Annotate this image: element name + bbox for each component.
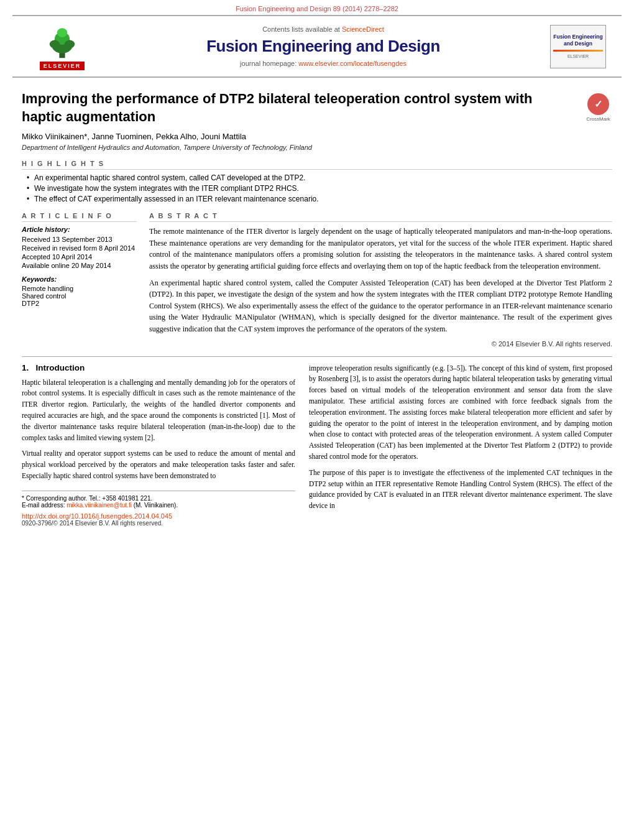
email-name: (M. Viinikainen). — [134, 502, 178, 509]
crossmark-label: CrossMark — [586, 116, 610, 122]
available-date: Available online 20 May 2014 — [22, 262, 137, 269]
main-right-column: improve teleoperation results significan… — [309, 363, 612, 527]
received-date: Received 13 September 2013 — [22, 236, 137, 243]
keywords-title: Keywords: — [22, 275, 137, 283]
keywords-section: Keywords: Remote handling Shared control… — [22, 275, 137, 307]
elsevier-logo-section: ELSEVIER — [25, 22, 99, 70]
affiliation-line: Department of Intelligent Hydraulics and… — [22, 144, 612, 151]
journal-header-center: Contents lists available at ScienceDirec… — [99, 25, 547, 67]
abstract-para-2: An experimental haptic shared control sy… — [149, 277, 612, 335]
email-line: E-mail address: mikka.viinikainen@tut.fi… — [22, 502, 295, 509]
article-info-column: A R T I C L E I N F O Article history: R… — [22, 212, 137, 347]
logo-title-text: Fusion Engineeringand Design — [553, 34, 602, 47]
intro-heading: 1. Introduction — [22, 363, 295, 372]
authors-line: Mikko Viinikainen*, Janne Tuominen, Pekk… — [22, 132, 612, 141]
intro-body-text: Haptic bilateral teleoperation is a chal… — [22, 377, 295, 482]
keyword-1: Remote handling — [22, 285, 137, 292]
article-info-content: Article history: Received 13 September 2… — [22, 226, 137, 307]
footnote-section: * Corresponding author. Tel.: +358 40198… — [22, 491, 295, 527]
main-content-columns: 1. Introduction Haptic bilateral teleope… — [22, 363, 612, 527]
email-link[interactable]: mikka.viinikainen@tut.fi — [67, 502, 132, 509]
article-title: Improving the performance of DTP2 bilate… — [22, 90, 575, 126]
svg-point-4 — [50, 40, 60, 48]
crossmark-icon: ✓ — [587, 93, 609, 115]
crossmark-badge[interactable]: ✓ CrossMark — [584, 93, 612, 122]
logo-subtitle: ELSEVIER — [567, 53, 589, 59]
svg-point-5 — [65, 40, 75, 48]
highlight-item-3: The effect of CAT experimentally assesse… — [27, 195, 612, 203]
article-history-title: Article history: — [22, 226, 137, 233]
abstract-text: The remote maintenance of the ITER diver… — [149, 226, 612, 335]
accepted-date: Accepted 10 April 2014 — [22, 253, 137, 261]
right-para-2: The purpose of this paper is to investig… — [309, 468, 612, 512]
article-body: Improving the performance of DTP2 bilate… — [0, 78, 634, 533]
abstract-content: The remote maintenance of the ITER diver… — [149, 226, 612, 347]
main-left-column: 1. Introduction Haptic bilateral teleope… — [22, 363, 295, 527]
sciencedirect-anchor[interactable]: ScienceDirect — [342, 25, 384, 33]
journal-header: ELSEVIER Contents lists available at Sci… — [12, 15, 622, 78]
elsevier-wordmark: ELSEVIER — [40, 62, 85, 70]
article-title-section: Improving the performance of DTP2 bilate… — [22, 90, 612, 126]
sciencedirect-link: Contents lists available at ScienceDirec… — [99, 25, 547, 33]
page-wrapper: Fusion Engineering and Design 89 (2014) … — [0, 0, 634, 840]
svg-point-3 — [57, 28, 68, 37]
email-label: E-mail address: — [22, 502, 65, 509]
abstract-label: A B S T R A C T — [149, 212, 612, 222]
abstract-copyright: © 2014 Elsevier B.V. All rights reserved… — [149, 340, 612, 348]
highlight-item-2: We investigate how the system integrates… — [27, 184, 612, 193]
article-info-label: A R T I C L E I N F O — [22, 212, 137, 222]
journal-title: Fusion Engineering and Design — [99, 37, 547, 56]
right-col-body-text: improve teleoperation results significan… — [309, 363, 612, 512]
journal-reference: Fusion Engineering and Design 89 (2014) … — [0, 0, 634, 15]
journal-homepage: journal homepage: www.elsevier.com/locat… — [99, 60, 547, 67]
elsevier-tree-icon — [37, 22, 87, 60]
highlight-item-1: An experimental haptic shared control sy… — [27, 173, 612, 182]
section-divider — [22, 356, 612, 357]
journal-ref-text: Fusion Engineering and Design 89 (2014) … — [236, 5, 398, 12]
keyword-2: Shared control — [22, 292, 137, 300]
journal-logo-box: Fusion Engineeringand Design ELSEVIER — [550, 25, 606, 68]
revised-date: Received in revised form 8 April 2014 — [22, 244, 137, 252]
keyword-3: DTP2 — [22, 300, 137, 307]
info-abstract-columns: A R T I C L E I N F O Article history: R… — [22, 212, 612, 347]
footer-copyright: 0920-3796/© 2014 Elsevier B.V. All right… — [22, 520, 295, 527]
highlights-section: H I G H L I G H T S An experimental hapt… — [22, 160, 612, 203]
highlights-label: H I G H L I G H T S — [22, 160, 612, 170]
elsevier-logo: ELSEVIER — [37, 22, 87, 70]
highlights-list: An experimental haptic shared control sy… — [22, 173, 612, 203]
intro-para-1: Haptic bilateral teleoperation is a chal… — [22, 377, 295, 444]
corresponding-author: * Corresponding author. Tel.: +358 40198… — [22, 495, 295, 502]
logo-stripe — [553, 50, 603, 52]
abstract-column: A B S T R A C T The remote maintenance o… — [149, 212, 612, 347]
abstract-para-1: The remote maintenance of the ITER diver… — [149, 226, 612, 272]
doi-link[interactable]: http://dx.doi.org/10.1016/j.fusengdes.20… — [22, 512, 172, 520]
intro-para-2: Virtual reality and operator support sys… — [22, 448, 295, 481]
journal-homepage-url[interactable]: www.elsevier.com/locate/fusengdes — [298, 60, 407, 67]
journal-logo-right: Fusion Engineeringand Design ELSEVIER — [547, 25, 609, 68]
right-para-1: improve teleoperation results significan… — [309, 363, 612, 463]
